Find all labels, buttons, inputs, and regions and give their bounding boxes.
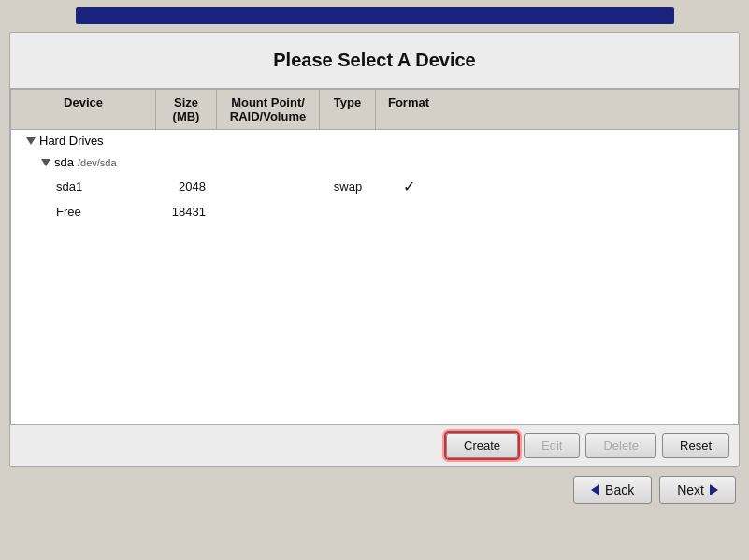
back-label: Back [605, 482, 634, 497]
partition-format-free [376, 210, 441, 214]
device-table: Device Size(MB) Mount Point/RAID/Volume … [10, 89, 739, 425]
back-button[interactable]: Back [573, 476, 652, 504]
next-label: Next [677, 482, 704, 497]
col-format: Format [376, 90, 441, 129]
col-type: Type [320, 90, 376, 129]
table-row[interactable]: Free 18431 [11, 200, 738, 223]
partition-name-sda1: sda1 [11, 178, 156, 195]
delete-button[interactable]: Delete [585, 433, 656, 458]
partition-type-free [320, 210, 376, 214]
main-container: Please Select A Device Device Size(MB) M… [9, 32, 740, 467]
top-bar [76, 7, 674, 24]
device-path: /dev/sda [78, 157, 117, 168]
partition-size-sda1: 2048 [156, 178, 217, 195]
action-bar: Create Edit Delete Reset [10, 425, 739, 466]
partition-mount-sda1 [217, 185, 320, 189]
reset-button[interactable]: Reset [662, 433, 729, 458]
device-expand-icon[interactable] [41, 159, 50, 166]
col-device: Device [11, 90, 156, 129]
partition-type-sda1: swap [320, 178, 376, 195]
table-row[interactable]: sda1 2048 swap ✓ [11, 173, 738, 200]
edit-button[interactable]: Edit [524, 433, 580, 458]
partition-mount-free [217, 210, 320, 214]
table-body: Hard Drives sda /dev/sda sda1 2048 swap … [11, 130, 738, 223]
create-button[interactable]: Create [446, 433, 518, 458]
title-area: Please Select A Device [10, 33, 739, 89]
table-header: Device Size(MB) Mount Point/RAID/Volume … [11, 90, 738, 130]
next-arrow-icon [710, 484, 718, 495]
device-name: sda [54, 155, 74, 169]
page-title: Please Select A Device [20, 50, 729, 71]
partition-name-free: Free [11, 203, 156, 221]
group-label-text: Hard Drives [39, 134, 104, 148]
next-button[interactable]: Next [659, 476, 736, 504]
device-sda: sda /dev/sda [11, 151, 738, 173]
partition-format-sda1: ✓ [376, 176, 441, 197]
nav-bar: Back Next [0, 467, 749, 504]
col-mount: Mount Point/RAID/Volume [217, 90, 320, 129]
col-size: Size(MB) [156, 90, 217, 129]
back-arrow-icon [591, 484, 599, 495]
group-hard-drives: Hard Drives [11, 130, 738, 151]
group-expand-icon[interactable] [26, 137, 36, 145]
partition-size-free: 18431 [156, 203, 217, 221]
